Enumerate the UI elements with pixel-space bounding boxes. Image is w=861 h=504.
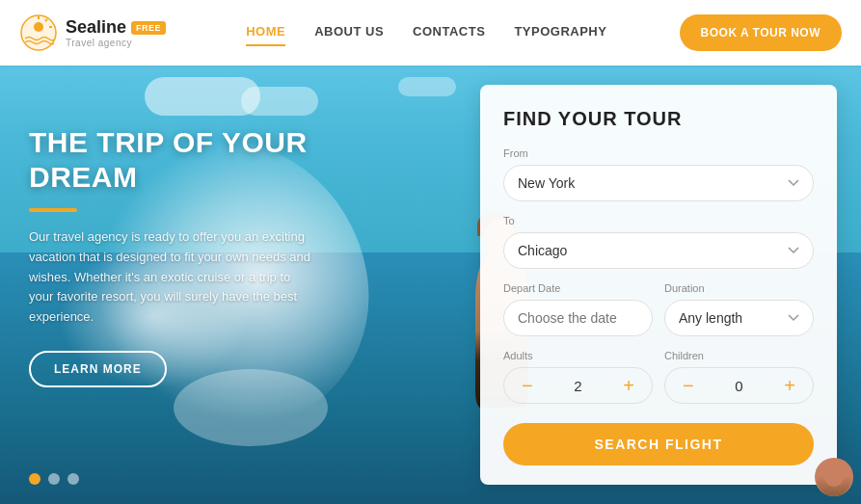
svg-point-1 (34, 22, 43, 32)
nav-contacts[interactable]: CONTACTS (413, 24, 485, 42)
depart-date-input[interactable] (503, 300, 653, 336)
slider-dot-3[interactable] (67, 473, 79, 485)
children-group: Children − 0 + (664, 350, 814, 404)
children-decrease-button[interactable]: − (679, 374, 698, 397)
logo-name: Sealine (66, 17, 126, 38)
adults-counter: − 2 + (503, 367, 653, 404)
from-select[interactable]: New York Los Angeles Miami Chicago (503, 165, 814, 201)
date-duration-row: Depart Date Duration Any length 1 week 2… (503, 282, 814, 336)
adults-group: Adults − 2 + (503, 350, 653, 404)
logo-free-badge: FREE (131, 21, 166, 35)
navigation: HOME ABOUT US CONTACTS TYPOGRAPHY (174, 24, 680, 42)
adults-children-row: Adults − 2 + Children − 0 + (503, 350, 814, 404)
depart-label: Depart Date (503, 282, 653, 294)
children-increase-button[interactable]: + (780, 374, 799, 397)
to-label: To (503, 215, 814, 226)
hero-divider (29, 208, 77, 212)
slider-dots (29, 473, 79, 485)
logo: Sealine FREE Travel agency (19, 13, 174, 52)
header: Sealine FREE Travel agency HOME ABOUT US… (0, 0, 861, 66)
logo-icon (19, 13, 58, 52)
svg-point-0 (21, 15, 56, 50)
tour-panel: FIND YOUR TOUR From New York Los Angeles… (480, 85, 837, 485)
duration-group: Duration Any length 1 week 2 weeks 1 mon… (664, 282, 814, 336)
search-flight-button[interactable]: SEARCH FLIGHT (503, 423, 814, 465)
logo-subtitle: Travel agency (66, 38, 166, 48)
children-label: Children (664, 350, 814, 361)
nav-home[interactable]: HOME (246, 24, 285, 42)
nav-typography[interactable]: TYPOGRAPHY (514, 24, 606, 42)
nav-about[interactable]: ABOUT US (314, 24, 384, 42)
adults-increase-button[interactable]: + (619, 374, 638, 397)
hero-description: Our travel agency is ready to offer you … (29, 227, 318, 328)
learn-more-button[interactable]: LEARN MORE (29, 351, 167, 387)
to-select[interactable]: Chicago New York Los Angeles Miami (503, 232, 814, 269)
adults-decrease-button[interactable]: − (518, 374, 537, 397)
logo-text: Sealine FREE Travel agency (66, 17, 166, 48)
from-field-group: From New York Los Angeles Miami Chicago (503, 147, 814, 201)
children-value: 0 (730, 378, 749, 394)
from-label: From (503, 147, 814, 159)
slider-dot-2[interactable] (48, 473, 60, 485)
hero-title: THE TRIP OF YOUR DREAM (29, 125, 318, 195)
panel-title: FIND YOUR TOUR (503, 108, 814, 130)
duration-label: Duration (664, 282, 814, 294)
hero-content: THE TRIP OF YOUR DREAM Our travel agency… (29, 125, 318, 387)
book-tour-button[interactable]: BOOK A TOUR NOW (680, 14, 842, 51)
to-field-group: To Chicago New York Los Angeles Miami (503, 215, 814, 269)
avatar (815, 458, 853, 496)
adults-label: Adults (503, 350, 653, 361)
duration-select[interactable]: Any length 1 week 2 weeks 1 month (664, 300, 814, 336)
adults-value: 2 (569, 378, 588, 394)
svg-line-3 (45, 19, 47, 21)
depart-date-group: Depart Date (503, 282, 653, 336)
cloud-2 (241, 87, 318, 116)
slider-dot-1[interactable] (29, 473, 40, 485)
children-counter: − 0 + (664, 367, 814, 404)
